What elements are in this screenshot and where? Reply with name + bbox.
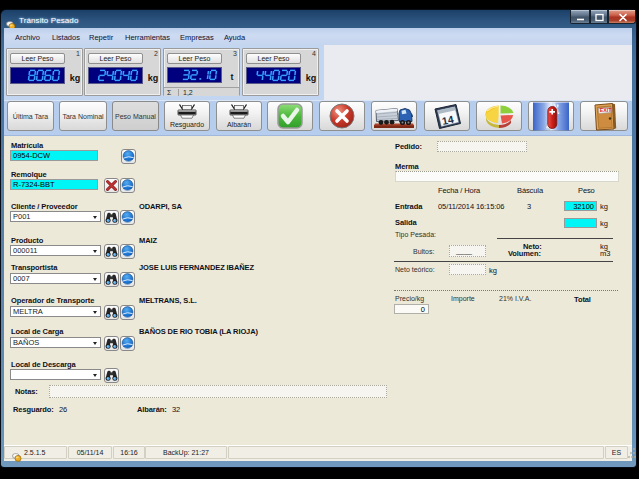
svg-text:14: 14 bbox=[441, 113, 455, 127]
svg-text:EXIT: EXIT bbox=[600, 107, 612, 113]
